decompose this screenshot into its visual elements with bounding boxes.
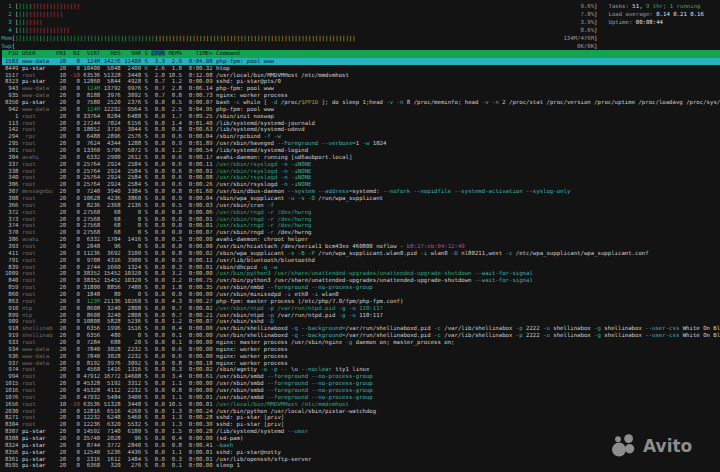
cell-virt: 124M — [83, 58, 103, 64]
cell-cpu: 0.0 — [151, 229, 168, 235]
column-header-pri[interactable]: PRI — [56, 50, 66, 56]
process-row[interactable]: 994 root 20 0 47912 16772 14608 S 0.0 3.… — [2, 373, 720, 380]
process-row[interactable]: 936 www-data 20 0 7840 3028 2232 S 0.0 0… — [2, 353, 720, 360]
cell-shr: 6156 — [124, 120, 144, 126]
process-row[interactable]: 937 www-data 20 0 8192 3976 3092 S 0.0 0… — [2, 360, 720, 367]
cell-res: 480 — [104, 332, 124, 338]
process-row[interactable]: 910 ntp 20 0 8608 3240 2808 S 0.0 0.7 0:… — [2, 305, 720, 312]
cell-pid: 918 — [2, 325, 22, 331]
cell-command: /usr/sbin/rsyslogd -n -iNONE — [216, 168, 311, 174]
cell-virt: 47932 — [83, 394, 103, 400]
process-row[interactable]: 8449 pi-star 20 0 10400 5048 2400 R 2.6 … — [2, 65, 720, 72]
cell-shr: 3448 — [124, 72, 144, 78]
process-row[interactable]: 860 root 20 0 1848 80 0 S 0.0 0.0 0:00.0… — [2, 291, 720, 298]
cell-shr: 3448 — [124, 401, 144, 407]
cell-command: /lib/systemd/systemd-udevd — [216, 126, 305, 132]
process-row[interactable]: 370 root 20 0 27568 68 0 S 0.0 0.0 0:00.… — [2, 229, 720, 236]
process-row[interactable]: 8323 pi-star 20 0 12860 5844 4928 S 0.7 … — [2, 78, 720, 85]
cell-pri: 10 — [56, 401, 70, 407]
process-row[interactable]: 2030 root 20 0 12816 6516 4260 S 0.0 1.3… — [2, 408, 720, 415]
process-row[interactable]: 338 root 20 0 25764 2924 2584 S 0.0 0.6 … — [2, 168, 720, 175]
cell-command: avahi-daemon: running [ud6aubport.local] — [216, 154, 352, 160]
process-row[interactable]: 306 root 20 0 25764 2924 2584 S 0.0 0.6 … — [2, 181, 720, 188]
cell-command: /usr/bin/shellinaboxd -q --background=/v… — [216, 325, 720, 331]
column-header-command[interactable]: Command — [216, 50, 240, 56]
cell-shr: 2808 — [124, 312, 144, 318]
cell-shr: 2840 — [124, 442, 144, 448]
cell-user: root — [22, 250, 56, 256]
process-row[interactable]: 374 root 20 0 27568 68 0 S 0.0 0.0 0:00.… — [2, 222, 720, 229]
process-row[interactable]: 393 root 20 0 2048 96 0 S 0.0 0.0 0:00.0… — [2, 243, 720, 250]
column-header-mem[interactable]: MEM% — [168, 50, 182, 56]
process-row[interactable]: 839 root 20 0 2744 1660 1324 S 0.0 0.3 0… — [2, 264, 720, 271]
process-row[interactable]: 8304 root 20 0 12236 6320 5532 S 0.0 1.3… — [2, 421, 720, 428]
process-row[interactable]: 1583 www-data 20 0 124M 14276 11480 S 3.… — [2, 58, 720, 65]
process-row[interactable]: 935 www-data 20 0 8188 3976 3092 S 0.7 0… — [2, 92, 720, 99]
column-header-virt[interactable]: VIRT — [83, 50, 100, 56]
process-row[interactable]: 933 root 20 0 7284 688 20 S 0.0 0.1 0:00… — [2, 339, 720, 346]
process-row[interactable]: 899 ntp 20 0 8608 3240 2808 S 0.0 0.7 0:… — [2, 312, 720, 319]
process-row[interactable]: 366 root 20 0 8236 2368 2136 S 0.0 0.5 0… — [2, 202, 720, 209]
cell-pri: 20 — [56, 449, 70, 455]
process-row[interactable]: 142 root 20 0 18052 3716 3044 S 0.0 0.8 … — [2, 126, 720, 133]
process-row[interactable]: 918 shellinab 20 0 6356 1996 1516 S 0.0 … — [2, 325, 720, 332]
cell-user: root — [22, 181, 56, 187]
process-row[interactable]: 1 root 20 0 33764 8284 6488 S 0.0 1.7 0:… — [2, 113, 720, 120]
process-row[interactable]: 1517 root 10 -10 63536 51328 3448 S 2.0 … — [2, 72, 720, 79]
process-row[interactable]: 340 root 20 0 25764 2924 2584 S 0.0 0.6 … — [2, 174, 720, 181]
cell-time: 0:00.01 — [185, 456, 216, 462]
process-row[interactable]: 373 root 20 0 27568 68 0 S 0.0 0.0 0:00.… — [2, 216, 720, 223]
process-row[interactable]: 308 root 20 0 10628 4236 3860 S 0.0 0.9 … — [2, 195, 720, 202]
process-row[interactable]: 337 root 20 0 25764 2924 2584 S 0.0 0.6 … — [2, 161, 720, 168]
process-row[interactable]: 113 root 20 0 27244 7024 6156 S 0.0 1.4 … — [2, 120, 720, 127]
process-row[interactable]: 8271 root 20 0 12232 6248 5460 S 0.0 1.3… — [2, 414, 720, 421]
cell-ni: 0 — [70, 312, 84, 318]
column-header-ni[interactable]: NI — [70, 50, 80, 56]
process-row[interactable]: 1009 root 20 0 38352 15452 10320 S 0.0 3… — [2, 270, 720, 277]
cell-res: 3028 — [104, 353, 124, 359]
column-header-cpu[interactable]: CPU% — [151, 50, 165, 56]
cell-cpu: 0.7 — [151, 92, 168, 98]
process-row[interactable]: 919 shellinab 20 0 6356 480 0 S 0.0 0.1 … — [2, 332, 720, 339]
cell-user: root — [22, 394, 56, 400]
cell-time: 0:09.25 — [185, 113, 216, 119]
process-row[interactable]: 8595 pi-star 20 0 6368 320 276 S 0.0 0.1… — [2, 462, 720, 469]
cell-pid: 994 — [2, 373, 22, 379]
process-row[interactable]: 8350 pi-star 20 0 7580 2520 2376 S 0.0 0… — [2, 99, 720, 106]
process-row[interactable]: 294 _rpc 20 0 6488 2896 2576 S 0.0 0.6 0… — [2, 133, 720, 140]
process-row[interactable]: 863 root 20 0 123M 21136 10268 S 0.0 4.3… — [2, 298, 720, 305]
column-header-pid[interactable]: PID — [2, 50, 19, 56]
process-row[interactable]: 909 root 20 0 10808 5828 5236 S 0.0 1.2 … — [2, 318, 720, 325]
process-row[interactable]: 372 root 20 0 27568 68 0 S 0.0 0.0 0:00.… — [2, 209, 720, 216]
process-row[interactable]: 411 root 20 0 11236 3692 3100 S 0.0 0.8 … — [2, 250, 720, 257]
process-row[interactable]: 859 root 20 0 31800 8856 7480 S 0.0 1.8 … — [2, 284, 720, 291]
cell-pid: 386 — [2, 236, 22, 242]
process-row[interactable]: 1015 root 20 0 45328 5192 3312 S 0.0 1.1… — [2, 380, 720, 387]
process-row[interactable]: 307 messagebu 20 0 7240 3940 3384 S 0.0 … — [2, 188, 720, 195]
process-row[interactable]: 840 root 20 0 38352 15452 10320 S 0.0 3.… — [2, 277, 720, 284]
process-row[interactable]: 1016 root 20 0 45328 4112 2232 S 0.0 0.8… — [2, 387, 720, 394]
process-row[interactable]: 943 www-data 20 0 124M 13792 9976 S 0.7 … — [2, 85, 720, 92]
cell-cpu: 0.0 — [151, 168, 168, 174]
process-row[interactable]: 1656 root 10 -10 63536 51328 3448 S 0.0 … — [2, 401, 720, 408]
process-row[interactable]: 974 root 20 0 4568 1416 1316 S 0.0 0.3 0… — [2, 366, 720, 373]
process-row[interactable]: 386 avahi 20 0 6332 1704 1416 S 0.0 0.3 … — [2, 236, 720, 243]
cell-ni: 0 — [70, 195, 84, 201]
process-row[interactable]: 1076 root 20 0 47932 5484 3400 S 0.0 1.1… — [2, 394, 720, 401]
process-row[interactable]: 934 www-data 20 0 7840 3028 2232 S 0.0 0… — [2, 346, 720, 353]
cell-user: root — [22, 366, 56, 372]
cell-user: root — [22, 387, 56, 393]
column-header-user[interactable]: USER — [22, 50, 53, 56]
process-row[interactable]: 301 root 20 0 13360 5796 5072 S 0.0 1.2 … — [2, 147, 720, 154]
column-header-res[interactable]: RES — [104, 50, 121, 56]
cell-shr: 10320 — [124, 270, 144, 276]
cell-res: 6516 — [104, 408, 124, 414]
process-row[interactable]: 791 root 20 0 9708 4316 3900 S 0.0 0.9 0… — [2, 257, 720, 264]
cell-shr: 0 — [124, 332, 144, 338]
process-row[interactable]: 304 avahi 20 0 6332 2900 2612 S 0.0 0.6 … — [2, 154, 720, 161]
process-row[interactable]: 942 www-data 20 0 124M 12292 9564 S 0.0 … — [2, 106, 720, 113]
column-header-time+[interactable]: TIME+ — [185, 50, 212, 56]
cell-mem: 1.1 — [168, 394, 185, 400]
process-row[interactable]: 295 root 20 0 7624 4344 1288 S 0.0 0.9 0… — [2, 140, 720, 147]
column-header-shr[interactable]: SHR — [124, 50, 141, 56]
